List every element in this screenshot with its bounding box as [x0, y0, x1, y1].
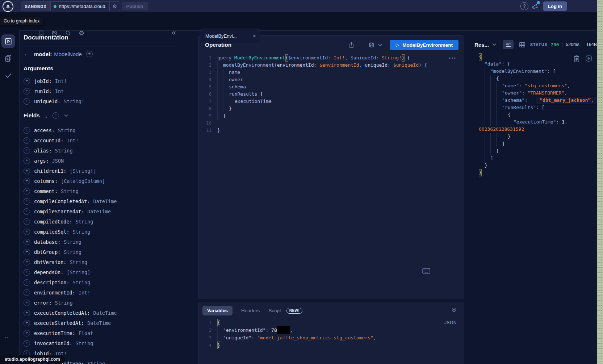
publish-button[interactable]: Publish	[122, 2, 148, 11]
field-name[interactable]: database:	[34, 239, 60, 245]
field-type[interactable]: DateTime	[87, 320, 111, 326]
add-to-query-button[interactable]: +	[24, 310, 30, 316]
field-type[interactable]: Int!	[79, 290, 91, 296]
field-name[interactable]: jobId:	[34, 78, 52, 84]
tab-script[interactable]: Script	[268, 308, 281, 313]
field-type[interactable]: String	[61, 188, 79, 194]
field-name[interactable]: accountId:	[34, 138, 63, 143]
add-to-query-button[interactable]: +	[24, 78, 30, 84]
operation-editor[interactable]: 1query ModelByEnvironment($environmentId…	[198, 54, 464, 134]
save-options-chevron[interactable]	[378, 43, 382, 46]
add-to-query-button[interactable]: +	[24, 218, 30, 225]
add-to-query-button[interactable]: +	[24, 147, 30, 154]
field-name[interactable]: dependsOn:	[34, 269, 63, 275]
run-operation-button[interactable]: ▷ ModelByEnvironment	[390, 40, 458, 50]
chevron-down-icon[interactable]	[64, 114, 68, 117]
field-type[interactable]: [CatalogColumn]	[61, 178, 105, 184]
help-button[interactable]: ?	[520, 2, 528, 10]
add-to-query-button[interactable]: +	[24, 300, 30, 306]
connection-settings-button[interactable]: ⚙	[109, 2, 120, 11]
field-type[interactable]: String	[87, 361, 105, 364]
add-to-query-button[interactable]: +	[24, 279, 30, 286]
add-all-fields-button[interactable]: +	[53, 112, 59, 119]
field-type[interactable]: String	[76, 340, 93, 346]
announcements-button[interactable]	[531, 2, 540, 11]
add-to-query-button[interactable]: +	[24, 239, 30, 245]
add-to-query-button[interactable]: +	[24, 158, 30, 164]
field-name[interactable]: compiledCode:	[34, 219, 72, 225]
field-type[interactable]: DateTime	[93, 198, 117, 204]
response-dropdown-chevron[interactable]	[492, 43, 496, 46]
field-type[interactable]: DateTime	[87, 209, 111, 214]
add-to-query-button[interactable]: +	[24, 98, 30, 105]
add-to-query-button[interactable]: +	[24, 198, 30, 205]
field-name[interactable]: childrenL1:	[34, 168, 66, 174]
add-to-query-button[interactable]: +	[24, 88, 30, 95]
add-to-query-button[interactable]: +	[24, 249, 30, 255]
field-type[interactable]: String	[73, 280, 91, 285]
field-type[interactable]: String	[58, 127, 76, 133]
add-to-query-button[interactable]: +	[24, 340, 30, 347]
response-title[interactable]: Res...	[474, 42, 489, 48]
field-name[interactable]: args:	[34, 158, 49, 164]
field-name[interactable]: environmentId:	[34, 290, 75, 296]
keyboard-shortcuts-button[interactable]	[422, 268, 430, 274]
field-name[interactable]: executionTime:	[34, 330, 75, 336]
field-type[interactable]: Int	[55, 88, 64, 94]
add-field-button[interactable]: +	[86, 51, 93, 57]
response-body[interactable]: {"data": {"modelByEnvironment": [{"name"…	[479, 53, 597, 176]
field-name[interactable]: error:	[34, 300, 52, 306]
share-operation-button[interactable]	[348, 41, 355, 49]
field-name[interactable]: dbtGroup:	[34, 249, 60, 255]
add-to-query-button[interactable]: +	[24, 269, 30, 276]
field-name[interactable]: description:	[34, 280, 70, 285]
field-type[interactable]: Int!	[67, 138, 79, 143]
add-to-query-button[interactable]: +	[24, 127, 30, 134]
tab-variables[interactable]: Variables	[202, 306, 233, 315]
table-view-toggle[interactable]	[517, 40, 528, 49]
field-name[interactable]: compileCompletedAt:	[34, 198, 90, 204]
add-to-query-button[interactable]: +	[24, 320, 30, 326]
field-type[interactable]: String	[76, 219, 93, 225]
field-type[interactable]: String	[70, 259, 87, 265]
add-to-query-button[interactable]: +	[24, 259, 30, 265]
collapse-variables-button[interactable]	[451, 307, 457, 313]
save-operation-button[interactable]	[368, 42, 375, 48]
back-arrow-icon[interactable]: ←	[24, 50, 30, 58]
field-name[interactable]: comment:	[34, 188, 58, 194]
field-name[interactable]: compiledSql:	[34, 229, 70, 235]
add-to-query-button[interactable]: +	[24, 229, 30, 235]
field-type[interactable]: Int!	[55, 78, 67, 84]
field-name[interactable]: dbtVersion:	[34, 259, 66, 265]
sidebar-item-schema[interactable]	[1, 51, 15, 65]
field-type[interactable]: String	[64, 239, 81, 245]
close-tab-icon[interactable]: ×	[253, 33, 256, 39]
endpoint-url-field[interactable]: https://metadata.cloud.get	[51, 2, 109, 11]
sidebar-item-checks[interactable]	[1, 68, 15, 82]
raw-view-toggle[interactable]	[503, 40, 514, 49]
sidebar-item-explorer[interactable]	[1, 34, 15, 48]
field-name[interactable]: compileStartedAt:	[34, 209, 84, 214]
field-name[interactable]: alias:	[34, 148, 52, 154]
sort-descending-icon[interactable]: ↓	[45, 113, 48, 119]
field-type[interactable]: [String]	[67, 269, 90, 275]
field-type[interactable]: String	[73, 229, 91, 235]
field-name[interactable]: uniqueId:	[34, 99, 60, 104]
field-type[interactable]: String!	[64, 99, 84, 104]
field-type[interactable]: JSON	[52, 158, 64, 164]
field-name[interactable]: runId:	[34, 88, 52, 94]
field-name[interactable]: columns:	[34, 178, 58, 184]
field-name[interactable]: executeCompletedAt:	[34, 310, 90, 316]
add-to-query-button[interactable]: +	[24, 178, 30, 184]
add-to-query-button[interactable]: +	[24, 289, 30, 296]
add-to-query-button[interactable]: +	[24, 208, 30, 215]
field-type[interactable]: Float	[79, 330, 93, 336]
login-button[interactable]: Log in	[543, 1, 567, 11]
endpoint-url[interactable]: https://metadata.cloud.get	[59, 4, 106, 9]
add-to-query-button[interactable]: +	[24, 168, 30, 174]
add-to-query-button[interactable]: +	[24, 137, 30, 144]
tab-modelbyenvironment[interactable]: ModelByEnvi... ×	[200, 29, 260, 43]
field-type[interactable]: String	[55, 148, 73, 154]
breadcrumb-type-link[interactable]: ModelNode	[54, 51, 82, 57]
tab-headers[interactable]: Headers	[241, 308, 260, 313]
